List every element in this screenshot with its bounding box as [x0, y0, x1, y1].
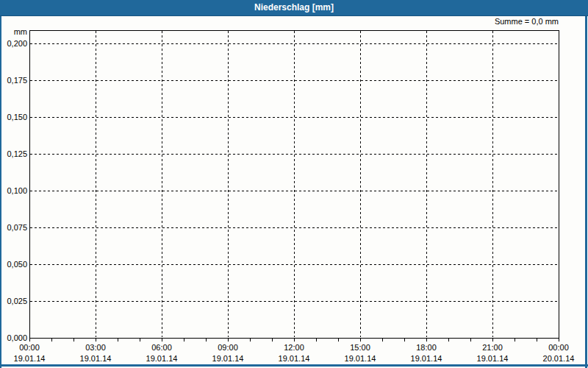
x-tick-time-label: 15:00 [338, 343, 382, 353]
x-tick-date-label: 19.01.14 [272, 354, 316, 364]
y-tick-label: 0,100 [0, 186, 27, 195]
x-tick-date-label: 19.01.14 [7, 354, 51, 364]
y-tick-label: 0,125 [0, 149, 27, 158]
y-tick-label: 0,175 [0, 76, 27, 85]
x-tick-date-label: 19.01.14 [404, 354, 448, 364]
x-tick-time-label: 00:00 [7, 343, 51, 353]
x-tick-time-label: 12:00 [272, 343, 316, 353]
x-tick-time-label: 21:00 [470, 343, 514, 353]
plot-grid-canvas [0, 0, 588, 368]
y-tick-label: 0,200 [0, 39, 27, 48]
x-tick-time-label: 09:00 [206, 343, 250, 353]
x-tick-time-label: 06:00 [140, 343, 184, 353]
x-tick-date-label: 19.01.14 [74, 354, 118, 364]
x-tick-date-label: 19.01.14 [470, 354, 514, 364]
chart-panel: Niederschlag [mm] Summe = 0,0 mm mm 0,20… [0, 0, 588, 368]
x-tick-time-label: 00:00 [537, 343, 581, 353]
y-tick-label: 0,150 [0, 113, 27, 121]
y-tick-label: 0,025 [0, 297, 27, 305]
x-tick-time-label: 03:00 [74, 343, 118, 353]
x-tick-date-label: 19.01.14 [206, 354, 250, 364]
y-tick-label: 0,050 [0, 260, 27, 269]
x-tick-time-label: 18:00 [404, 343, 448, 353]
y-tick-label: 0,075 [0, 223, 27, 232]
x-tick-date-label: 20.01.14 [537, 354, 581, 364]
y-tick-label: 0,000 [0, 333, 27, 342]
x-tick-date-label: 19.01.14 [338, 354, 382, 364]
x-tick-date-label: 19.01.14 [140, 354, 184, 364]
